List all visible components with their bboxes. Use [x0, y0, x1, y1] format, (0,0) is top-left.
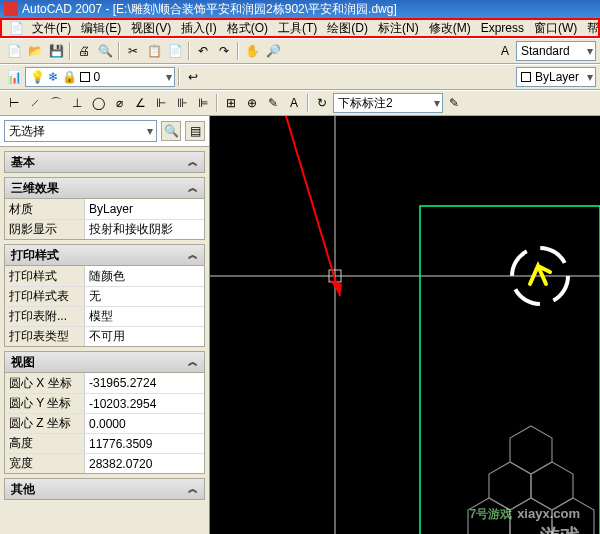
menu-edit[interactable]: 编辑(E) — [77, 19, 125, 38]
title-bar: AutoCAD 2007 - [E:\雕刻\顺合装饰平安和润园2栋902\平安和… — [0, 0, 600, 18]
prop-label: 打印样式表 — [5, 287, 85, 306]
prop-value[interactable]: ByLayer — [85, 199, 204, 219]
menu-tools[interactable]: 工具(T) — [274, 19, 321, 38]
prop-value[interactable]: 投射和接收阴影 — [85, 220, 204, 239]
dim-update-icon[interactable]: ↻ — [312, 93, 332, 113]
dim-edit-icon[interactable]: ✎ — [263, 93, 283, 113]
layer-prev-icon[interactable]: ↩ — [183, 67, 203, 87]
dim-quick-icon[interactable]: ⊩ — [151, 93, 171, 113]
prop-value[interactable]: -10203.2954 — [85, 394, 204, 413]
quickselect-icon[interactable]: 🔍 — [161, 121, 181, 141]
prop-label: 打印表类型 — [5, 327, 85, 346]
menu-help[interactable]: 帮助(H) — [583, 19, 600, 38]
prop-value[interactable]: 随颜色 — [85, 266, 204, 286]
tolerance-icon[interactable]: ⊞ — [221, 93, 241, 113]
section-basic[interactable]: 基本 ︽ — [4, 151, 205, 173]
dim-ordinate-icon[interactable]: ⊥ — [67, 93, 87, 113]
menu-modify[interactable]: 修改(M) — [425, 19, 475, 38]
layer-name: 0 — [93, 70, 100, 84]
selection-dropdown[interactable]: 无选择 — [4, 120, 157, 142]
dim-diameter-icon[interactable]: ⌀ — [109, 93, 129, 113]
prop-value[interactable]: 无 — [85, 287, 204, 306]
separator — [188, 42, 190, 60]
copy-icon[interactable]: 📋 — [144, 41, 164, 61]
section-other[interactable]: 其他 ︽ — [4, 478, 205, 500]
dim-radius-icon[interactable]: ◯ — [88, 93, 108, 113]
prop-row[interactable]: 高度 11776.3509 — [5, 433, 204, 453]
dim-arc-icon[interactable]: ⌒ — [46, 93, 66, 113]
drawing-canvas[interactable]: 7号游戏 xiayx.com 游戏 — [210, 116, 600, 534]
prop-value[interactable]: 28382.0720 — [85, 454, 204, 473]
prop-row[interactable]: 圆心 X 坐标 -31965.2724 — [5, 373, 204, 393]
dim-style-manager-icon[interactable]: ✎ — [444, 93, 464, 113]
menu-dim[interactable]: 标注(N) — [374, 19, 423, 38]
pickadd-icon[interactable]: ▤ — [185, 121, 205, 141]
color-dropdown[interactable]: ByLayer — [516, 67, 596, 87]
menu-bar[interactable]: 📄 文件(F) 编辑(E) 视图(V) 插入(I) 格式(O) 工具(T) 绘图… — [0, 18, 600, 38]
open-icon[interactable]: 📂 — [25, 41, 45, 61]
dim-linear-icon[interactable]: ⊢ — [4, 93, 24, 113]
center-mark-icon[interactable]: ⊕ — [242, 93, 262, 113]
svg-marker-7 — [510, 426, 552, 474]
prop-value[interactable]: -31965.2724 — [85, 373, 204, 393]
prop-row[interactable]: 打印样式 随颜色 — [5, 266, 204, 286]
cut-icon[interactable]: ✂ — [123, 41, 143, 61]
prop-value[interactable]: 0.0000 — [85, 414, 204, 433]
svg-marker-9 — [552, 498, 594, 534]
prop-row[interactable]: 圆心 Y 坐标 -10203.2954 — [5, 393, 204, 413]
dim-aligned-icon[interactable]: ⟋ — [25, 93, 45, 113]
menu-express[interactable]: Express — [477, 20, 528, 36]
separator — [216, 94, 218, 112]
dim-style-value: 下标标注2 — [338, 95, 393, 112]
save-icon[interactable]: 💾 — [46, 41, 66, 61]
prop-row[interactable]: 材质 ByLayer — [5, 199, 204, 219]
color-value: ByLayer — [535, 70, 579, 84]
text-style-dropdown[interactable]: Standard — [516, 41, 596, 61]
selection-value: 无选择 — [9, 123, 45, 140]
prop-label: 高度 — [5, 434, 85, 453]
prop-label: 圆心 X 坐标 — [5, 373, 85, 393]
paste-icon[interactable]: 📄 — [165, 41, 185, 61]
chevron-up-icon: ︽ — [188, 482, 198, 496]
pan-icon[interactable]: ✋ — [242, 41, 262, 61]
text-style-icon[interactable]: A — [495, 41, 515, 61]
section-view[interactable]: 视图 ︽ — [4, 351, 205, 373]
dimension-toolbar: ⊢ ⟋ ⌒ ⊥ ◯ ⌀ ∠ ⊩ ⊪ ⊫ ⊞ ⊕ ✎ A ↻ 下标标注2 ✎ — [0, 90, 600, 116]
new-icon[interactable]: 📄 — [4, 41, 24, 61]
prop-value[interactable]: 11776.3509 — [85, 434, 204, 453]
prop-value[interactable]: 不可用 — [85, 327, 204, 346]
section-3d[interactable]: 三维效果 ︽ — [4, 177, 205, 199]
dim-angular-icon[interactable]: ∠ — [130, 93, 150, 113]
prop-value[interactable]: 模型 — [85, 307, 204, 326]
dim-continue-icon[interactable]: ⊫ — [193, 93, 213, 113]
menu-file[interactable]: 文件(F) — [28, 19, 75, 38]
prop-row[interactable]: 打印表类型 不可用 — [5, 326, 204, 346]
menu-format[interactable]: 格式(O) — [223, 19, 272, 38]
layer-dropdown[interactable]: 💡 ❄ 🔒 0 — [25, 67, 175, 87]
layer-manager-icon[interactable]: 📊 — [4, 67, 24, 87]
chevron-up-icon: ︽ — [188, 181, 198, 195]
prop-row[interactable]: 阴影显示 投射和接收阴影 — [5, 219, 204, 239]
dim-style-dropdown[interactable]: 下标标注2 — [333, 93, 443, 113]
prop-row[interactable]: 打印表附... 模型 — [5, 306, 204, 326]
section-plot[interactable]: 打印样式 ︽ — [4, 244, 205, 266]
title-text: AutoCAD 2007 - [E:\雕刻\顺合装饰平安和润园2栋902\平安和… — [22, 1, 397, 18]
section-3d-table: 材质 ByLayer 阴影显示 投射和接收阴影 — [4, 199, 205, 240]
print-icon[interactable]: 🖨 — [74, 41, 94, 61]
menu-window[interactable]: 窗口(W) — [530, 19, 581, 38]
menu-draw[interactable]: 绘图(D) — [323, 19, 372, 38]
prop-row[interactable]: 圆心 Z 坐标 0.0000 — [5, 413, 204, 433]
dim-baseline-icon[interactable]: ⊪ — [172, 93, 192, 113]
svg-marker-6 — [531, 462, 573, 510]
redo-icon[interactable]: ↷ — [214, 41, 234, 61]
undo-icon[interactable]: ↶ — [193, 41, 213, 61]
prop-row[interactable]: 宽度 28382.0720 — [5, 453, 204, 473]
menu-insert[interactable]: 插入(I) — [177, 19, 220, 38]
dim-text-edit-icon[interactable]: A — [284, 93, 304, 113]
menu-view[interactable]: 视图(V) — [127, 19, 175, 38]
properties-panel: 无选择 🔍 ▤ 基本 ︽ 三维效果 ︽ 材质 ByLayer 阴影显示 投射和接… — [0, 116, 210, 534]
preview-icon[interactable]: 🔍 — [95, 41, 115, 61]
zoom-icon[interactable]: 🔎 — [263, 41, 283, 61]
separator — [307, 94, 309, 112]
prop-row[interactable]: 打印样式表 无 — [5, 286, 204, 306]
